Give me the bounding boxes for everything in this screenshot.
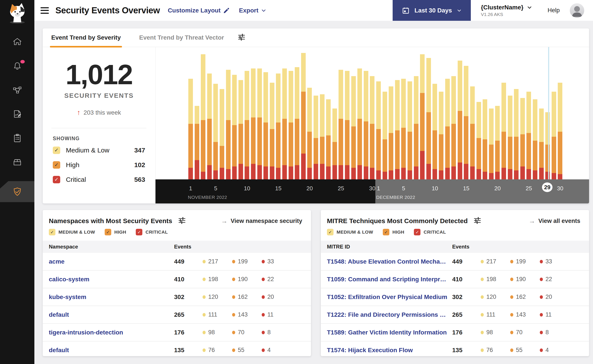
medium-low-segment [433, 84, 437, 130]
high-severity-dot [510, 313, 513, 317]
critical-severity-dot [262, 260, 265, 263]
medium-low-segment [232, 75, 237, 125]
high-segment [458, 111, 462, 162]
top-bar: Security Events Overview Customize Layou… [34, 0, 593, 21]
mitre-filter-icon[interactable] [473, 217, 481, 225]
high-segment [351, 126, 356, 168]
filter-checkbox[interactable]: ✓ [136, 229, 142, 235]
high-segment [489, 145, 493, 173]
stacked-bar [401, 79, 406, 179]
severity-trend-chart[interactable]: 151015202530NOVEMBER 202215101520252930D… [155, 47, 589, 203]
critical-segment [470, 166, 475, 179]
table-row: acme44921719933 [43, 253, 311, 271]
events-total: 302 [174, 293, 203, 300]
sidebar-item-workloads[interactable] [0, 157, 34, 167]
row-link[interactable]: acme [43, 258, 174, 265]
filter-checkbox[interactable]: ✓ [414, 229, 420, 235]
filter-checkbox[interactable]: ✓ [49, 229, 55, 235]
critical-segment [201, 172, 205, 179]
stacked-bar [295, 67, 299, 179]
high-severity-dot [232, 348, 235, 352]
medium-low-segment [458, 61, 462, 111]
high-segment [401, 128, 406, 168]
severity-filter-chip[interactable]: ✓MEDIUM & LOW [327, 229, 373, 235]
table-row: T1222: File and Directory Permissions Mo… [321, 306, 589, 324]
events-total: 135 [452, 347, 481, 354]
medium-low-segment [257, 68, 262, 117]
row-link[interactable]: calico-system [43, 276, 174, 283]
row-link[interactable]: T1548: Abuse Elevation Control Mechanism [321, 258, 452, 265]
table-row: default13576554 [43, 341, 311, 356]
help-link[interactable]: Help [547, 7, 560, 14]
namespaces-filter-icon[interactable] [178, 217, 186, 225]
severity-filter-chip[interactable]: ✓CRITICAL [136, 229, 168, 235]
customize-layout-link[interactable]: Customize Layout [168, 7, 230, 14]
high-count: 70 [510, 329, 540, 336]
row-link[interactable]: T1589: Gather Victim Identity Informatio… [321, 329, 452, 336]
tab-event-trend-by-severity[interactable]: Event Trend by Severity [50, 28, 122, 47]
date-range-button[interactable]: Last 30 Days [393, 0, 471, 21]
row-link[interactable]: tigera-intrusion-detection [43, 329, 174, 336]
critical-segment [251, 164, 256, 179]
high-segment [201, 120, 205, 172]
high-segment [282, 119, 287, 165]
severity-filter-chip[interactable]: ✓CRITICAL [414, 229, 446, 235]
high-segment [333, 142, 337, 165]
medium-severity-dot [203, 331, 206, 334]
high-count: 55 [510, 347, 540, 353]
tab-event-trend-by-threat-vector[interactable]: Event Trend by Threat Vector [138, 28, 225, 47]
row-link[interactable]: T1059: Command and Scripting Interpreter [321, 276, 452, 283]
table-row: T1059: Command and Scripting Interpreter… [321, 271, 589, 288]
sidebar-item-home[interactable] [0, 37, 34, 47]
high-segment [357, 119, 362, 165]
stacked-bar [414, 76, 419, 179]
row-link[interactable]: T1222: File and Directory Permissions Mo… [321, 311, 452, 318]
medium-low-segment [389, 86, 393, 133]
row-link[interactable]: kube-system [43, 293, 174, 300]
home-icon [12, 37, 22, 47]
high-segment [558, 132, 562, 174]
medium-low-segment [357, 68, 362, 119]
medium-low-segment [220, 89, 224, 146]
medium-low-checkbox[interactable]: ✓ [53, 147, 60, 154]
sidebar-item-alerts[interactable] [0, 61, 34, 71]
axis-tick: 10 [432, 185, 438, 192]
filter-checkbox[interactable]: ✓ [383, 229, 389, 235]
user-avatar[interactable] [570, 3, 584, 18]
export-button[interactable]: Export [239, 7, 266, 14]
severity-filter-chip[interactable]: ✓MEDIUM & LOW [49, 229, 95, 235]
stacked-bar [376, 81, 381, 179]
row-link[interactable]: T1052: Exfiltration Over Physical Medium [321, 293, 452, 300]
sidebar-item-compliance[interactable] [0, 133, 34, 143]
calico-cat-logo[interactable] [7, 2, 28, 24]
sidebar-item-policies[interactable] [0, 109, 34, 119]
axis-tick: 25 [338, 185, 344, 192]
selected-day-line [548, 47, 549, 179]
row-link[interactable]: T1574: Hijack Execution Flow [321, 347, 452, 354]
critical-checkbox[interactable]: ✓ [53, 176, 60, 183]
severity-filter-chip[interactable]: ✓HIGH [105, 229, 126, 235]
view-namespace-security-link[interactable]: → View namespace security [221, 217, 302, 225]
medium-low-segment [420, 54, 425, 93]
view-all-events-link[interactable]: → View all events [529, 217, 580, 225]
high-segment [464, 116, 468, 164]
menu-icon[interactable] [40, 7, 49, 14]
sidebar-item-service-graph[interactable] [0, 85, 34, 95]
trend-filter-icon[interactable] [238, 33, 246, 42]
stacked-bar [276, 73, 280, 179]
sidebar-item-security-events[interactable] [0, 181, 34, 202]
stacked-bar [345, 71, 349, 179]
axis-tick: 10 [244, 185, 250, 192]
filter-checkbox[interactable]: ✓ [105, 229, 111, 235]
table-row: T1052: Exfiltration Over Physical Medium… [321, 288, 589, 306]
filter-checkbox[interactable]: ✓ [327, 229, 333, 235]
severity-filter-chip[interactable]: ✓HIGH [383, 229, 405, 235]
table-row: T1548: Abuse Elevation Control Mechanism… [321, 253, 589, 271]
high-checkbox[interactable]: ✓ [53, 161, 60, 169]
stacked-bar [239, 80, 243, 179]
row-link[interactable]: default [43, 311, 174, 318]
medium-low-segment [251, 68, 256, 117]
row-link[interactable]: default [43, 347, 174, 354]
cluster-selector[interactable]: {ClusterName} V1.26 AKS [481, 4, 532, 17]
high-segment [477, 138, 481, 169]
